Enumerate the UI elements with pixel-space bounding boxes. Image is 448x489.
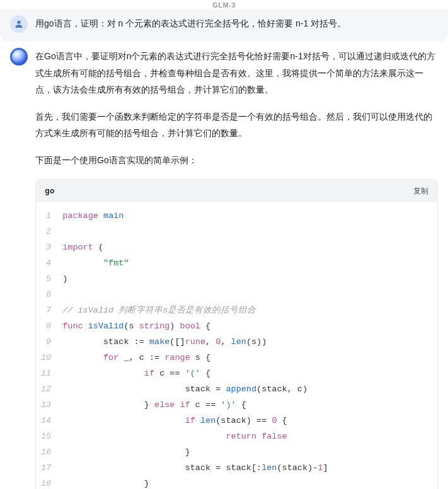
user-message: 用go语言，证明：对 n 个元素的表达式进行完全括号化，恰好需要 n-1 对括号… xyxy=(0,9,448,42)
svg-point-0 xyxy=(17,21,20,24)
copy-button[interactable]: 复制 xyxy=(413,184,428,198)
code-block: go 复制 1234567891011121314151617181920212… xyxy=(35,179,438,489)
code-header: go 复制 xyxy=(36,180,437,203)
assistant-paragraph: 在Go语言中，要证明对n个元素的表达式进行完全括号化恰好需要n-1对括号，可以通… xyxy=(35,48,438,98)
code-content[interactable]: package main import ( "fmt") // isValid … xyxy=(59,202,437,489)
user-message-text: 用go语言，证明：对 n 个元素的表达式进行完全括号化，恰好需要 n-1 对括号… xyxy=(35,15,438,32)
code-language-label: go xyxy=(45,183,55,199)
assistant-avatar-icon xyxy=(10,48,28,66)
model-label: GLM-3 xyxy=(0,0,448,9)
code-line-numbers: 123456789101112131415161718192021222324 xyxy=(36,202,59,489)
assistant-paragraph: 下面是一个使用Go语言实现的简单示例： xyxy=(35,152,438,169)
assistant-message: 在Go语言中，要证明对n个元素的表达式进行完全括号化恰好需要n-1对括号，可以通… xyxy=(0,42,448,489)
assistant-text: 在Go语言中，要证明对n个元素的表达式进行完全括号化恰好需要n-1对括号，可以通… xyxy=(35,48,438,169)
user-avatar-icon xyxy=(10,15,28,33)
assistant-paragraph: 首先，我们需要一个函数来判断给定的字符串是否是一个有效的括号组合。然后，我们可以… xyxy=(35,108,438,142)
